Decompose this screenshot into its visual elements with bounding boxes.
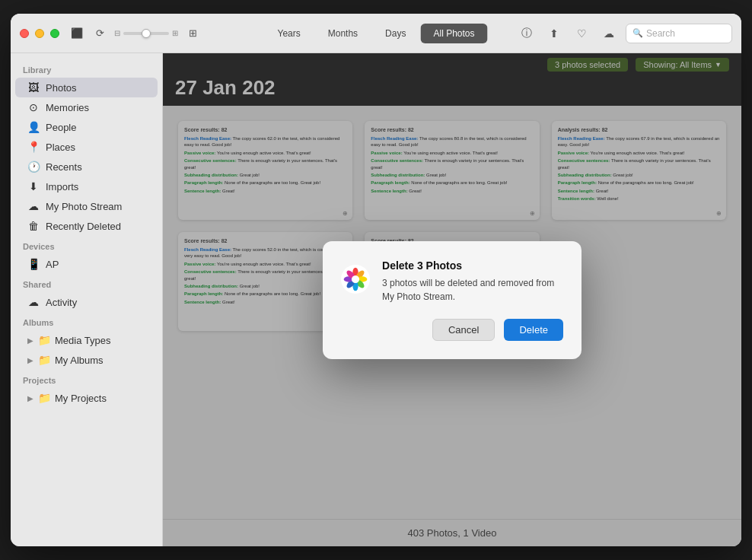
- sidebar-item-recents-label: Recents: [46, 161, 82, 173]
- album-icon: 📁: [38, 334, 50, 346]
- projects-section-label: Projects: [11, 370, 162, 388]
- sidebar-item-memories[interactable]: ⊙ Memories: [15, 97, 158, 117]
- project-icon: 📁: [38, 392, 50, 404]
- sidebar-item-my-photo-stream-label: My Photo Stream: [46, 201, 122, 212]
- recents-icon: 🕐: [27, 161, 40, 173]
- rotate-icon[interactable]: ⟳: [91, 25, 108, 42]
- sidebar-item-imports[interactable]: ⬇ Imports: [15, 177, 158, 196]
- sidebar-item-activity-label: Activity: [46, 297, 77, 308]
- sidebar-item-recently-deleted[interactable]: 🗑 Recently Deleted: [15, 216, 158, 236]
- sidebar-item-recents[interactable]: 🕐 Recents: [15, 157, 158, 177]
- places-icon: 📍: [27, 141, 40, 153]
- chevron-right-icon-3: ▶: [27, 394, 33, 402]
- search-icon: 🔍: [633, 28, 643, 38]
- sidebar-item-photos[interactable]: 🖼 Photos: [15, 78, 158, 97]
- modal-title: Delete 3 Photos: [382, 259, 563, 272]
- activity-icon: ☁: [27, 296, 40, 308]
- shared-section-label: Shared: [11, 274, 162, 292]
- sidebar-item-people-label: People: [46, 122, 76, 133]
- modal-content-row: Delete 3 Photos 3 photos will be deleted…: [341, 259, 563, 304]
- cancel-button[interactable]: Cancel: [432, 319, 495, 341]
- minimize-button[interactable]: [35, 29, 44, 38]
- main-content: Library 🖼 Photos ⊙ Memories 👤 People 📍 P…: [11, 53, 741, 546]
- sidebar-item-photos-label: Photos: [46, 82, 76, 94]
- sidebar-item-my-albums-label: My Albums: [55, 355, 104, 366]
- sidebar-item-my-projects[interactable]: ▶ 📁 My Projects: [15, 388, 158, 408]
- imports-icon: ⬇: [27, 180, 40, 192]
- sidebar-item-places-label: Places: [46, 142, 75, 153]
- albums-section-label: Albums: [11, 312, 162, 330]
- delete-button[interactable]: Delete: [504, 319, 563, 341]
- cloud-icon: ☁: [27, 200, 40, 212]
- titlebar: ⬛ ⟳ ⊟ ⊞ ⊞ Years Months Days All Photos ⓘ…: [11, 14, 741, 53]
- favorite-button[interactable]: ♡: [571, 23, 592, 44]
- sidebar-item-my-albums[interactable]: ▶ 📁 My Albums: [15, 350, 158, 370]
- devices-section-label: Devices: [11, 236, 162, 254]
- sidebar-item-memories-label: Memories: [46, 102, 89, 113]
- content-area: 3 photos selected Showing: All Items ▼ 2…: [163, 53, 741, 546]
- phone-icon: 📱: [27, 258, 40, 270]
- chevron-right-icon: ▶: [27, 336, 33, 345]
- sidebar-item-places[interactable]: 📍 Places: [15, 137, 158, 157]
- photos-icon: 🖼: [27, 81, 40, 94]
- share-button[interactable]: ⬆: [543, 23, 565, 44]
- svg-point-9: [352, 275, 359, 282]
- info-button[interactable]: ⓘ: [516, 23, 537, 44]
- memories-icon: ⊙: [27, 101, 40, 113]
- titlebar-right: ⓘ ⬆ ♡ ☁ 🔍 Search: [516, 23, 732, 44]
- sidebar-item-people[interactable]: 👤 People: [15, 117, 158, 137]
- zoom-slider[interactable]: ⊟ ⊞: [114, 29, 178, 37]
- tab-all-photos[interactable]: All Photos: [420, 24, 487, 43]
- sidebar-item-recently-deleted-label: Recently Deleted: [46, 221, 121, 232]
- modal-body: 3 photos will be deleted and removed fro…: [382, 276, 563, 304]
- nav-tabs: Years Months Days All Photos: [265, 24, 488, 43]
- sidebar-item-ap-label: AP: [46, 259, 59, 270]
- traffic-lights: [20, 29, 59, 38]
- grid-icon[interactable]: ⊞: [184, 25, 201, 42]
- sidebar: Library 🖼 Photos ⊙ Memories 👤 People 📍 P…: [11, 53, 163, 546]
- main-window: ⬛ ⟳ ⊟ ⊞ ⊞ Years Months Days All Photos ⓘ…: [11, 14, 741, 546]
- sidebar-item-imports-label: Imports: [46, 181, 78, 192]
- titlebar-icons: ⬛ ⟳: [69, 25, 108, 42]
- sidebar-item-media-types-label: Media Types: [55, 335, 110, 346]
- trash-icon: 🗑: [27, 220, 40, 232]
- sidebar-item-media-types[interactable]: ▶ 📁 Media Types: [15, 330, 158, 350]
- modal-overlay[interactable]: Delete 3 Photos 3 photos will be deleted…: [163, 53, 741, 546]
- people-icon: 👤: [27, 121, 40, 133]
- sidebar-item-ap[interactable]: 📱 AP: [15, 254, 158, 274]
- tab-months[interactable]: Months: [315, 24, 371, 43]
- apple-photos-icon: [341, 259, 370, 299]
- sidebar-item-activity[interactable]: ☁ Activity: [15, 292, 158, 312]
- close-button[interactable]: [20, 29, 29, 38]
- modal-buttons: Cancel Delete: [341, 319, 563, 341]
- chevron-right-icon-2: ▶: [27, 356, 33, 364]
- search-box[interactable]: 🔍 Search: [626, 24, 732, 43]
- cloud-button[interactable]: ☁: [598, 23, 620, 44]
- modal-text: Delete 3 Photos 3 photos will be deleted…: [382, 259, 563, 304]
- sidebar-item-my-projects-label: My Projects: [55, 393, 107, 404]
- tab-days[interactable]: Days: [372, 24, 419, 43]
- tab-years[interactable]: Years: [265, 24, 314, 43]
- sidebar-toggle-icon[interactable]: ⬛: [69, 25, 85, 42]
- sidebar-item-my-photo-stream[interactable]: ☁ My Photo Stream: [15, 196, 158, 216]
- library-section-label: Library: [11, 59, 162, 78]
- album-icon-2: 📁: [38, 354, 50, 366]
- search-placeholder: Search: [646, 28, 675, 39]
- delete-modal: Delete 3 Photos 3 photos will be deleted…: [323, 241, 582, 359]
- maximize-button[interactable]: [50, 29, 59, 38]
